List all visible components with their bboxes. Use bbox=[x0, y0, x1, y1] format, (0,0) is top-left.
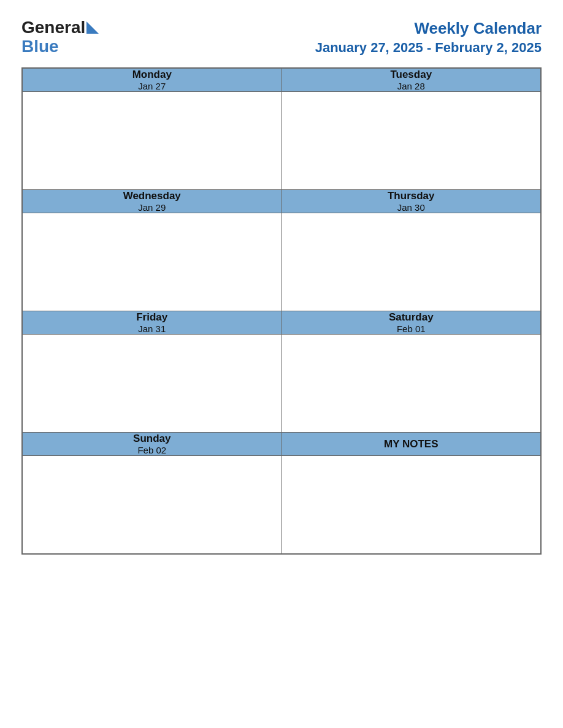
wednesday-cell bbox=[23, 213, 282, 311]
row-1-header: Monday Jan 27 Tuesday Jan 28 bbox=[23, 69, 541, 92]
tuesday-cell bbox=[282, 92, 541, 190]
saturday-cell bbox=[282, 335, 541, 433]
thursday-cell bbox=[282, 213, 541, 311]
monday-header: Monday Jan 27 bbox=[23, 69, 282, 92]
friday-header: Friday Jan 31 bbox=[23, 311, 282, 335]
wednesday-name: Wednesday bbox=[23, 190, 282, 202]
calendar-subtitle: January 27, 2025 - February 2, 2025 bbox=[315, 39, 542, 57]
wednesday-header: Wednesday Jan 29 bbox=[23, 190, 282, 213]
row-3-content bbox=[23, 335, 541, 433]
friday-name: Friday bbox=[23, 311, 282, 324]
tuesday-name: Tuesday bbox=[282, 69, 541, 81]
my-notes-label: MY NOTES bbox=[282, 438, 541, 450]
notes-cell bbox=[282, 456, 541, 554]
row-2-header: Wednesday Jan 29 Thursday Jan 30 bbox=[23, 190, 541, 213]
thursday-header: Thursday Jan 30 bbox=[282, 190, 541, 213]
logo-general-text: General bbox=[21, 18, 85, 37]
tuesday-date: Jan 28 bbox=[282, 81, 541, 91]
wednesday-date: Jan 29 bbox=[23, 202, 282, 213]
row-4-header: Sunday Feb 02 MY NOTES bbox=[23, 433, 541, 456]
row-1-content bbox=[23, 92, 541, 190]
row-4-content bbox=[23, 456, 541, 554]
saturday-name: Saturday bbox=[282, 311, 541, 324]
thursday-date: Jan 30 bbox=[282, 202, 541, 213]
my-notes-header: MY NOTES bbox=[282, 433, 541, 456]
logo: General Blue bbox=[21, 18, 99, 56]
page-header: General Blue Weekly Calendar January 27,… bbox=[21, 18, 542, 56]
tuesday-header: Tuesday Jan 28 bbox=[282, 69, 541, 92]
friday-date: Jan 31 bbox=[23, 324, 282, 334]
sunday-cell bbox=[23, 456, 282, 554]
calendar-title: Weekly Calendar bbox=[315, 18, 542, 39]
calendar-title-section: Weekly Calendar January 27, 2025 - Febru… bbox=[315, 18, 542, 56]
row-3-header: Friday Jan 31 Saturday Feb 01 bbox=[23, 311, 541, 335]
monday-name: Monday bbox=[23, 69, 282, 81]
saturday-date: Feb 01 bbox=[282, 324, 541, 334]
saturday-header: Saturday Feb 01 bbox=[282, 311, 541, 335]
calendar-grid: Monday Jan 27 Tuesday Jan 28 Wednesday J… bbox=[21, 67, 542, 555]
sunday-name: Sunday bbox=[23, 433, 282, 445]
thursday-name: Thursday bbox=[282, 190, 541, 202]
logo-triangle-icon bbox=[86, 21, 99, 34]
row-2-content bbox=[23, 213, 541, 311]
monday-date: Jan 27 bbox=[23, 81, 282, 91]
sunday-date: Feb 02 bbox=[23, 445, 282, 455]
logo-blue-text: Blue bbox=[21, 37, 59, 56]
sunday-header: Sunday Feb 02 bbox=[23, 433, 282, 456]
friday-cell bbox=[23, 335, 282, 433]
monday-cell bbox=[23, 92, 282, 190]
